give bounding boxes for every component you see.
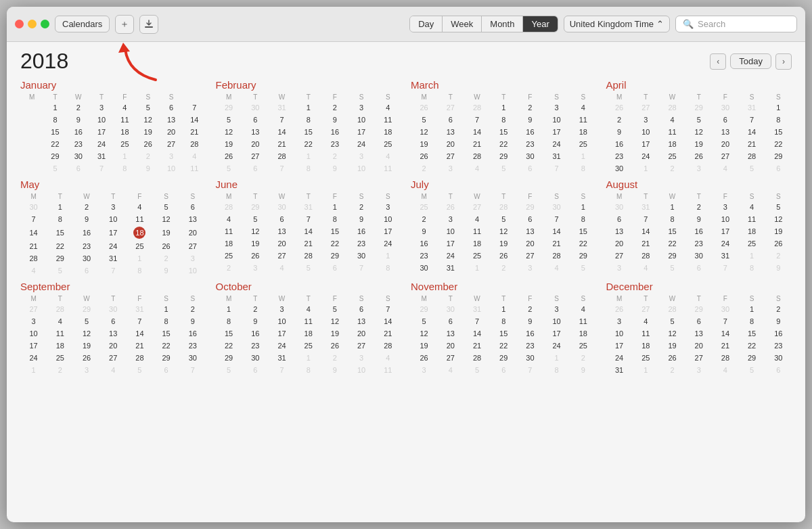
calendar-day[interactable]: 18: [659, 138, 685, 150]
calendar-day[interactable]: 29: [739, 352, 765, 364]
calendar-day[interactable]: 5: [242, 213, 269, 225]
calendar-day[interactable]: 14: [295, 225, 321, 237]
calendar-day[interactable]: 13: [348, 315, 375, 327]
calendar-day[interactable]: 9: [73, 213, 99, 225]
calendar-day[interactable]: 23: [411, 250, 437, 262]
calendar-day[interactable]: 26: [765, 237, 792, 250]
calendar-day[interactable]: 16: [179, 327, 206, 340]
calendar-day[interactable]: 30: [712, 101, 738, 114]
calendar-day[interactable]: 9: [411, 225, 437, 237]
calendar-day[interactable]: 19: [491, 237, 517, 250]
calendar-day[interactable]: 18: [216, 237, 242, 250]
calendar-day[interactable]: 13: [160, 114, 183, 126]
calendar-day[interactable]: 11: [216, 225, 242, 237]
calendar-day[interactable]: 30: [606, 201, 633, 213]
calendar-day[interactable]: 17: [543, 126, 570, 138]
calendar-day[interactable]: 21: [543, 237, 570, 250]
timezone-selector[interactable]: United Kingdom Time ⌃: [564, 16, 670, 32]
day-view-button[interactable]: Day: [410, 16, 443, 32]
calendar-day[interactable]: 25: [739, 237, 765, 250]
calendar-day[interactable]: 8: [43, 114, 66, 126]
calendar-day[interactable]: 29: [765, 150, 792, 162]
add-event-button[interactable]: ＋: [115, 15, 134, 34]
calendar-day[interactable]: 22: [765, 138, 792, 150]
calendar-day[interactable]: 20: [242, 138, 269, 150]
calendar-day[interactable]: 29: [43, 150, 66, 162]
calendar-day[interactable]: 21: [464, 340, 490, 352]
calendar-day[interactable]: 11: [633, 327, 659, 340]
calendar-day[interactable]: 3: [90, 101, 113, 114]
calendar-day[interactable]: 9: [685, 213, 712, 225]
calendar-day[interactable]: 29: [47, 252, 73, 264]
calendar-day[interactable]: 25: [113, 138, 136, 150]
calendar-day[interactable]: 12: [242, 225, 269, 237]
calendar-day[interactable]: 1: [113, 150, 136, 162]
calendar-day[interactable]: 28: [216, 201, 242, 213]
calendar-day[interactable]: 26: [437, 201, 464, 213]
calendar-day[interactable]: 15: [491, 126, 517, 138]
calendar-day[interactable]: 19: [73, 340, 99, 352]
calendar-day[interactable]: 31: [295, 201, 321, 213]
calendar-day[interactable]: 22: [216, 340, 242, 352]
calendar-day[interactable]: 3: [543, 101, 570, 114]
calendar-day[interactable]: 29: [73, 303, 99, 315]
calendar-day[interactable]: 5: [47, 264, 73, 277]
maximize-button[interactable]: [41, 20, 49, 28]
calendar-day[interactable]: 10: [437, 225, 464, 237]
calendar-day[interactable]: 16: [606, 138, 633, 150]
calendar-day[interactable]: 5: [739, 364, 765, 376]
calendar-day[interactable]: 8: [375, 262, 401, 274]
calendar-day[interactable]: 7: [127, 315, 153, 327]
calendar-day[interactable]: 18: [375, 126, 401, 138]
calendar-day[interactable]: 10: [348, 364, 375, 376]
calendar-day[interactable]: 10: [160, 162, 183, 175]
calendar-day[interactable]: 21: [127, 340, 153, 352]
calendar-day[interactable]: 31: [269, 352, 295, 364]
month-name-july[interactable]: July: [411, 179, 597, 190]
calendar-day[interactable]: 20: [348, 327, 375, 340]
calendar-day[interactable]: 2: [321, 101, 348, 114]
calendar-day[interactable]: 21: [295, 237, 321, 250]
calendar-day[interactable]: 3: [606, 262, 633, 274]
calendar-day[interactable]: 28: [295, 250, 321, 262]
calendar-day[interactable]: 7: [739, 114, 765, 126]
calendar-day[interactable]: 2: [321, 352, 348, 364]
calendar-day[interactable]: 30: [242, 101, 269, 114]
calendar-day[interactable]: 7: [183, 101, 206, 114]
calendar-day[interactable]: 17: [543, 327, 570, 340]
calendar-day[interactable]: 15: [47, 225, 73, 240]
calendar-day[interactable]: 5: [137, 101, 160, 114]
calendar-day[interactable]: 4: [127, 201, 153, 213]
calendar-day[interactable]: 2: [765, 250, 792, 262]
calendar-day[interactable]: 3: [606, 315, 633, 327]
calendar-day[interactable]: 26: [491, 250, 517, 262]
calendar-day[interactable]: 11: [113, 114, 136, 126]
calendar-day[interactable]: 29: [242, 201, 269, 213]
calendar-day[interactable]: 25: [464, 250, 490, 262]
calendar-day[interactable]: 31: [606, 364, 633, 376]
calendar-day[interactable]: 4: [570, 303, 596, 315]
calendar-day[interactable]: 7: [517, 364, 543, 376]
calendar-day[interactable]: 6: [437, 315, 464, 327]
calendar-day[interactable]: 3: [348, 352, 375, 364]
calendar-day[interactable]: 30: [179, 352, 206, 364]
calendar-day[interactable]: 15: [491, 327, 517, 340]
calendar-day[interactable]: 9: [765, 262, 792, 274]
calendar-day[interactable]: 27: [517, 250, 543, 262]
calendar-day[interactable]: 1: [295, 352, 321, 364]
month-view-button[interactable]: Month: [482, 16, 523, 32]
calendar-day[interactable]: 24: [348, 138, 375, 150]
calendar-day[interactable]: 5: [411, 114, 437, 126]
calendar-day[interactable]: 31: [100, 252, 127, 264]
calendar-day[interactable]: 28: [464, 101, 490, 114]
calendar-day[interactable]: 2: [411, 162, 437, 175]
calendar-day[interactable]: 14: [269, 126, 295, 138]
calendar-day[interactable]: 20: [437, 340, 464, 352]
calendar-day[interactable]: 1: [491, 303, 517, 315]
calendar-day[interactable]: 8: [739, 315, 765, 327]
calendar-day[interactable]: 6: [179, 201, 206, 213]
calendar-day[interactable]: 28: [659, 303, 685, 315]
calendar-day[interactable]: 8: [295, 364, 321, 376]
calendar-day[interactable]: 24: [90, 138, 113, 150]
calendar-day[interactable]: 20: [437, 138, 464, 150]
